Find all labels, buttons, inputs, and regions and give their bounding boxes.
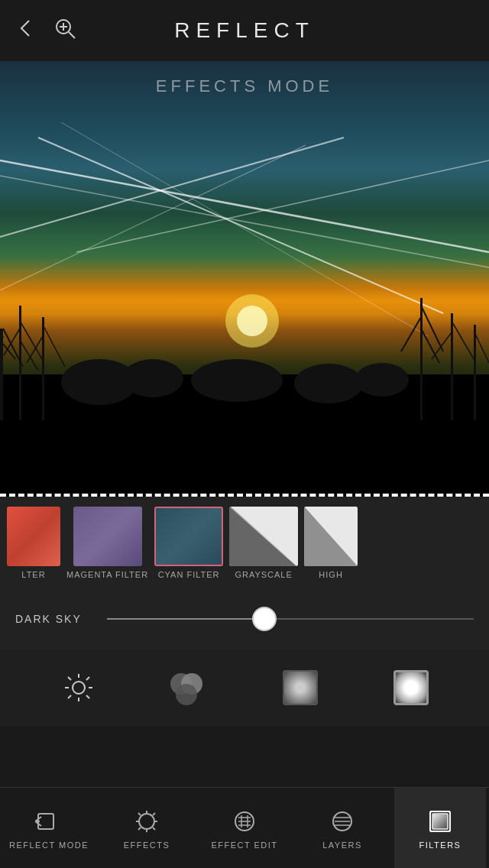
svg-line-8: [0, 138, 344, 237]
dark-sky-label: DARK SKY: [15, 613, 99, 625]
svg-rect-25: [420, 298, 423, 420]
svg-line-47: [68, 695, 71, 698]
filter-thumb-red: [7, 507, 60, 566]
filter-thumb-cyan: [154, 507, 223, 566]
svg-point-35: [122, 359, 183, 397]
filter-thumb-high: [304, 507, 358, 566]
svg-line-58: [153, 828, 155, 830]
svg-line-1: [69, 32, 75, 38]
dark-sky-slider[interactable]: [107, 618, 474, 620]
effects-mode-label: EFFECTS MODE: [156, 76, 333, 96]
svg-rect-32: [474, 325, 476, 420]
effect-edit-icon: [229, 806, 260, 837]
svg-line-44: [68, 677, 71, 680]
blend-circles: [170, 673, 209, 702]
nav-layers-label: LAYERS: [322, 840, 362, 850]
layers-icon: [327, 806, 358, 837]
main-image-area: EFFECTS MODE: [0, 61, 489, 497]
nav-effect-edit-label: EFFECT EDIT: [211, 840, 277, 850]
nav-layers[interactable]: LAYERS: [296, 788, 388, 868]
filter-label-grayscale: GRAYSCALE: [235, 570, 292, 579]
app-title: REFLECT: [174, 18, 315, 43]
nav-effects-label: EFFECTS: [124, 840, 170, 850]
filter-label-cyan: CYAN FILTER: [158, 570, 220, 579]
svg-line-30: [452, 321, 474, 359]
nav-filters[interactable]: FILTERS: [394, 788, 486, 868]
filter-thumb-magenta: [73, 507, 142, 566]
effects-icon: [131, 806, 162, 837]
blend-tool[interactable]: [163, 661, 216, 714]
zoom-button[interactable]: [53, 17, 76, 44]
nav-effect-edit[interactable]: EFFECT EDIT: [199, 788, 290, 868]
filter-item-magenta[interactable]: MAGENTA FILTER: [66, 507, 148, 579]
glow-tool[interactable]: [384, 661, 438, 714]
filter-label-high: HIGH: [319, 570, 343, 579]
svg-line-27: [401, 317, 421, 351]
svg-line-57: [138, 813, 141, 815]
svg-rect-29: [451, 313, 453, 420]
filter-strip: LTER MAGENTA FILTER CYAN FILTER GRAYSCAL…: [0, 497, 489, 588]
svg-line-26: [421, 306, 443, 351]
svg-line-23: [43, 325, 65, 367]
svg-rect-73: [433, 815, 447, 828]
brightness-tool[interactable]: [52, 661, 105, 714]
svg-point-39: [73, 682, 85, 694]
filter-item-high[interactable]: HIGH: [304, 507, 358, 579]
slider-section: DARK SKY: [0, 588, 489, 649]
svg-line-24: [27, 336, 43, 363]
slider-thumb[interactable]: [252, 607, 277, 631]
svg-line-28: [421, 329, 439, 363]
filter-item-red[interactable]: LTER: [7, 507, 60, 579]
svg-line-33: [474, 332, 489, 363]
reflect-dashed-line: [0, 494, 489, 497]
vignette-tool[interactable]: [274, 661, 327, 714]
filter-label-magenta: MAGENTA FILTER: [66, 570, 148, 579]
reflect-mode-icon: [34, 806, 64, 837]
svg-line-19: [20, 321, 42, 359]
bottom-nav: REFLECT MODE EFFECTS: [0, 787, 489, 868]
svg-point-37: [294, 364, 363, 403]
svg-point-52: [139, 814, 154, 829]
svg-line-46: [86, 677, 89, 680]
glow-thumb: [393, 670, 429, 705]
svg-line-10: [0, 145, 306, 290]
svg-line-9: [76, 160, 489, 252]
filters-icon: [425, 806, 455, 837]
nav-effects[interactable]: EFFECTS: [101, 788, 193, 868]
nav-reflect-mode-label: REFLECT MODE: [9, 840, 89, 850]
filter-label-red: LTER: [21, 570, 45, 579]
vignette-thumb: [283, 670, 318, 705]
svg-rect-22: [42, 317, 44, 420]
svg-line-59: [153, 813, 155, 815]
svg-line-20: [4, 329, 20, 355]
nav-filters-label: FILTERS: [419, 840, 461, 850]
svg-line-5: [0, 176, 489, 267]
header: REFLECT: [0, 0, 489, 61]
nav-reflect-mode[interactable]: REFLECT MODE: [3, 788, 95, 868]
svg-point-38: [355, 363, 409, 397]
filter-item-cyan[interactable]: CYAN FILTER: [154, 507, 223, 579]
filter-item-grayscale[interactable]: GRAYSCALE: [229, 507, 298, 579]
svg-line-31: [432, 332, 452, 359]
back-button[interactable]: [15, 18, 37, 44]
svg-point-36: [191, 359, 283, 402]
svg-line-45: [86, 695, 89, 698]
tool-icons-row: [0, 649, 489, 726]
svg-rect-48: [38, 814, 53, 829]
svg-line-60: [138, 828, 141, 830]
filter-thumb-grayscale: [229, 507, 298, 566]
